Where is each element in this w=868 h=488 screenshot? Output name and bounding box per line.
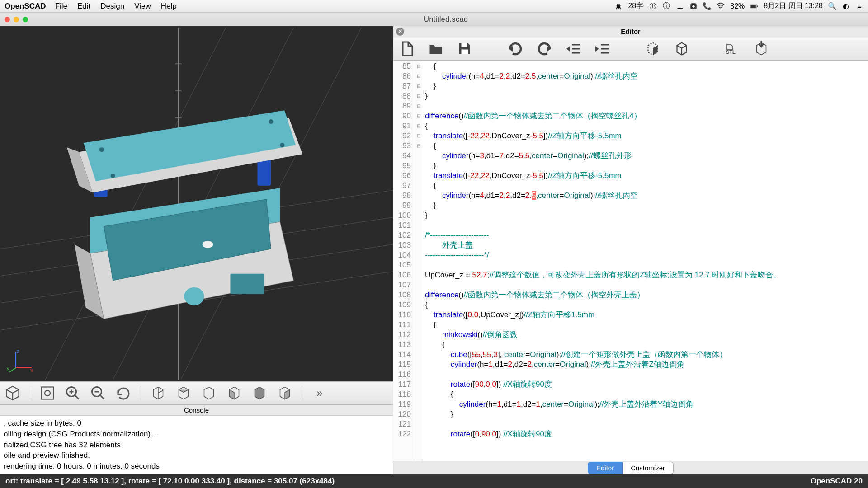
svg-rect-40 bbox=[42, 387, 54, 399]
console-line: oiling design (CSG Products normalizatio… bbox=[4, 429, 389, 440]
view-top-icon[interactable] bbox=[175, 385, 192, 401]
traffic-lights bbox=[5, 17, 28, 22]
svg-point-31 bbox=[269, 119, 273, 124]
phone-icon[interactable]: 📞 bbox=[703, 2, 711, 10]
menu-file[interactable]: File bbox=[55, 2, 67, 11]
statusbar: ort: translate = [ 2.49 5.58 13.12 ], ro… bbox=[0, 474, 868, 488]
svg-text:x: x bbox=[30, 368, 33, 373]
macos-menubar: OpenSCAD File Edit Design View Help ◉ 28… bbox=[0, 0, 868, 13]
editor-header: ✕ Editor bbox=[393, 26, 868, 37]
svg-text:y: y bbox=[7, 366, 9, 371]
send-to-print-icon[interactable] bbox=[753, 41, 769, 57]
window-titlebar: Untitled.scad bbox=[0, 13, 868, 26]
overflow-icon[interactable]: » bbox=[311, 385, 328, 401]
svg-text:STL: STL bbox=[726, 49, 736, 55]
viewer-toolbar: » bbox=[0, 381, 393, 405]
close-panel-icon[interactable]: ✕ bbox=[396, 28, 404, 36]
record-icon[interactable]: ◉ bbox=[614, 2, 623, 10]
svg-point-33 bbox=[111, 174, 115, 178]
tab-editor[interactable]: Editor bbox=[588, 462, 623, 474]
bluetooth-icon[interactable]: ⚊ bbox=[676, 2, 684, 10]
menu-edit[interactable]: Edit bbox=[77, 2, 90, 11]
svg-point-1 bbox=[720, 8, 721, 9]
app-name: OpenSCAD bbox=[5, 2, 46, 11]
fold-gutter[interactable]: ⊟⊟⊟⊟⊟⊟⊟⊟⊟ bbox=[415, 61, 422, 461]
bottom-tabs: Editor Customizer bbox=[393, 461, 868, 474]
editor-title: Editor bbox=[621, 28, 640, 35]
ime-status[interactable]: 28字 bbox=[628, 1, 643, 11]
open-file-icon[interactable] bbox=[428, 41, 444, 57]
svg-point-32 bbox=[280, 143, 284, 147]
svg-rect-4 bbox=[757, 5, 758, 7]
app-tray-icon[interactable] bbox=[689, 2, 698, 10]
minimize-window-button[interactable] bbox=[14, 17, 19, 22]
spotlight-icon[interactable]: 🔍 bbox=[828, 2, 836, 10]
battery-icon[interactable] bbox=[750, 2, 758, 10]
menu-design[interactable]: Design bbox=[100, 2, 124, 11]
console-line: . cache size in bytes: 0 bbox=[4, 418, 389, 429]
accessibility-icon[interactable]: ⓘ bbox=[662, 2, 670, 10]
wifi-icon[interactable] bbox=[717, 2, 725, 10]
export-stl-icon[interactable]: STL bbox=[724, 41, 741, 57]
3d-viewport[interactable]: z x y bbox=[0, 26, 393, 381]
render-preview bbox=[0, 26, 393, 381]
unindent-icon[interactable] bbox=[565, 41, 581, 57]
svg-rect-50 bbox=[462, 49, 468, 54]
preview-icon[interactable] bbox=[5, 385, 21, 401]
menu-view[interactable]: View bbox=[134, 2, 151, 11]
indent-icon[interactable] bbox=[594, 41, 610, 57]
svg-point-23 bbox=[184, 287, 204, 305]
date-time[interactable]: 8月2日 周日 13:28 bbox=[764, 1, 823, 11]
redo-icon[interactable] bbox=[536, 41, 552, 57]
view-front-icon[interactable] bbox=[251, 385, 268, 401]
view-right-icon[interactable] bbox=[150, 385, 166, 401]
svg-point-41 bbox=[45, 390, 50, 396]
console-line: oile and preview finished. bbox=[4, 450, 389, 461]
axis-indicator: z x y bbox=[7, 347, 34, 375]
view-left-icon[interactable] bbox=[226, 385, 242, 401]
svg-line-38 bbox=[9, 368, 16, 372]
battery-percent[interactable]: 82% bbox=[730, 2, 745, 10]
close-window-button[interactable] bbox=[5, 17, 10, 22]
svg-rect-3 bbox=[751, 5, 756, 8]
console[interactable]: . cache size in bytes: 0 oiling design (… bbox=[0, 416, 393, 474]
zoom-fit-icon[interactable] bbox=[39, 385, 56, 401]
svg-text:z: z bbox=[17, 348, 19, 354]
zoom-out-icon[interactable] bbox=[90, 385, 106, 401]
console-line: nalized CSG tree has 32 elements bbox=[4, 440, 389, 450]
undo-icon[interactable] bbox=[507, 41, 524, 57]
svg-line-47 bbox=[100, 395, 104, 399]
reset-view-icon[interactable] bbox=[115, 385, 132, 401]
view-bottom-icon[interactable] bbox=[201, 385, 217, 401]
new-file-icon[interactable] bbox=[399, 41, 415, 57]
window-title: Untitled.scad bbox=[28, 15, 863, 24]
editor-toolbar: STL bbox=[393, 37, 868, 61]
tab-customizer[interactable]: Customizer bbox=[623, 462, 674, 474]
console-header: Console bbox=[0, 405, 393, 416]
code-lines[interactable]: { cylinder(h=4,d1=2.2,d2=2.5,center=Orig… bbox=[422, 61, 868, 461]
svg-point-30 bbox=[99, 147, 104, 152]
svg-line-43 bbox=[75, 395, 79, 399]
code-editor[interactable]: 8586878889909192939495969798991001011021… bbox=[393, 61, 868, 461]
svg-rect-49 bbox=[462, 43, 467, 47]
ime-icon[interactable]: ㊥ bbox=[649, 2, 657, 10]
line-gutter: 8586878889909192939495969798991001011021… bbox=[393, 61, 415, 461]
svg-rect-24 bbox=[230, 274, 264, 294]
preview-button-icon[interactable] bbox=[645, 41, 661, 57]
zoom-in-icon[interactable] bbox=[65, 385, 81, 401]
view-back-icon[interactable] bbox=[277, 385, 293, 401]
siri-icon[interactable]: ◐ bbox=[842, 2, 850, 10]
svg-point-22 bbox=[202, 241, 213, 248]
version-label: OpenSCAD 20 bbox=[811, 477, 863, 486]
viewport-status: ort: translate = [ 2.49 5.58 13.12 ], ro… bbox=[5, 477, 335, 486]
console-line: rendering time: 0 hours, 0 minutes, 0 se… bbox=[4, 461, 389, 472]
maximize-window-button[interactable] bbox=[23, 17, 28, 22]
notification-icon[interactable]: ≡ bbox=[855, 2, 863, 10]
save-file-icon[interactable] bbox=[457, 41, 473, 57]
menu-help[interactable]: Help bbox=[161, 2, 177, 11]
render-button-icon[interactable] bbox=[674, 41, 690, 57]
